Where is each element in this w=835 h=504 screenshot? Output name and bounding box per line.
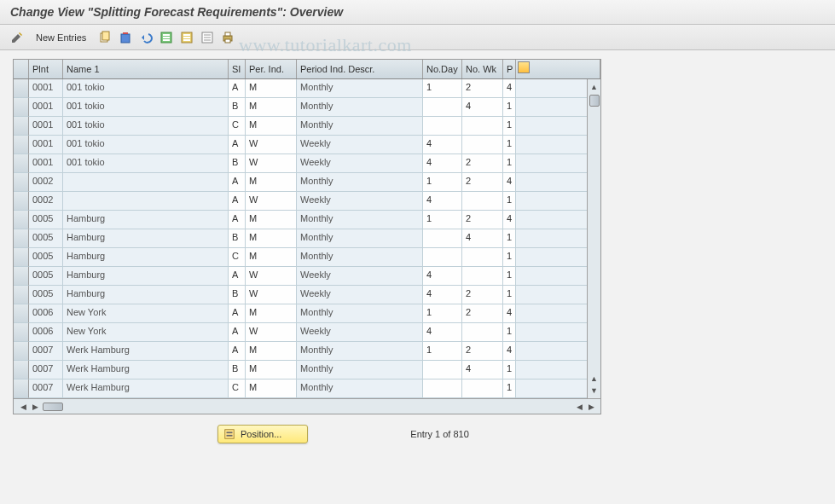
col-plnt[interactable]: Plnt	[29, 60, 63, 78]
cell-p[interactable]: 1	[503, 154, 516, 173]
cell-p[interactable]: 1	[503, 98, 516, 117]
cell-p[interactable]: 4	[503, 211, 516, 229]
vertical-scrollbar[interactable]: ▲ ▲ ▼	[587, 79, 600, 398]
undo-icon[interactable]	[137, 29, 154, 46]
col-selector[interactable]	[14, 60, 29, 78]
scroll-up2-icon[interactable]: ▲	[589, 373, 600, 385]
cell-no-day[interactable]	[423, 98, 462, 117]
row-selector[interactable]	[14, 211, 29, 229]
row-selector[interactable]	[14, 117, 29, 136]
cell-si[interactable]: A	[229, 342, 246, 361]
table-row[interactable]: 0007Werk HamburgAMMonthly124	[14, 342, 600, 361]
cell-p[interactable]: 1	[503, 248, 516, 267]
cell-si[interactable]: A	[229, 267, 246, 286]
cell-p[interactable]: 4	[503, 173, 516, 192]
cell-per-ind[interactable]: M	[246, 98, 297, 117]
cell-per-ind[interactable]: M	[246, 117, 297, 136]
cell-per-ind[interactable]: M	[246, 342, 297, 361]
cell-si[interactable]: C	[229, 117, 246, 136]
table-row[interactable]: 0007Werk HamburgCMMonthly1	[14, 379, 600, 398]
table-row[interactable]: 0002AMMonthly124	[14, 173, 600, 192]
cell-no-day[interactable]: 1	[423, 304, 462, 323]
scroll-right-end-icon[interactable]: ▶	[585, 401, 597, 413]
cell-p[interactable]: 4	[503, 342, 516, 361]
row-selector[interactable]	[14, 98, 29, 117]
cell-si[interactable]: B	[229, 361, 246, 379]
cell-per-ind[interactable]: W	[246, 267, 297, 286]
cell-no-day[interactable]: 4	[423, 286, 462, 304]
cell-si[interactable]: A	[229, 192, 246, 211]
col-no-day[interactable]: No.Day	[423, 60, 462, 78]
copy-icon[interactable]	[96, 29, 113, 46]
cell-no-day[interactable]: 4	[423, 267, 462, 286]
cell-si[interactable]: A	[229, 79, 246, 98]
cell-no-day[interactable]: 1	[423, 211, 462, 229]
cell-per-ind[interactable]: W	[246, 323, 297, 342]
cell-no-wk[interactable]	[462, 323, 503, 342]
col-per-ind[interactable]: Per. Ind.	[246, 60, 297, 78]
cell-per-ind[interactable]: M	[246, 361, 297, 379]
table-row[interactable]: 0005HamburgAMMonthly124	[14, 211, 600, 229]
cell-no-day[interactable]	[423, 117, 462, 136]
cell-no-day[interactable]	[423, 361, 462, 379]
select-all-icon[interactable]	[158, 29, 175, 46]
cell-p[interactable]: 1	[503, 286, 516, 304]
cell-no-wk[interactable]: 2	[462, 286, 503, 304]
print-icon[interactable]	[219, 29, 236, 46]
cell-p[interactable]: 4	[503, 79, 516, 98]
row-selector[interactable]	[14, 286, 29, 304]
cell-no-day[interactable]: 1	[423, 342, 462, 361]
cell-p[interactable]: 4	[503, 304, 516, 323]
cell-no-wk[interactable]: 4	[462, 229, 503, 248]
row-selector[interactable]	[14, 136, 29, 154]
cell-no-day[interactable]: 4	[423, 154, 462, 173]
table-row[interactable]: 0005HamburgAWWeekly41	[14, 267, 600, 286]
cell-no-wk[interactable]: 2	[462, 304, 503, 323]
cell-si[interactable]: C	[229, 248, 246, 267]
table-config[interactable]	[516, 60, 600, 78]
cell-si[interactable]: B	[229, 154, 246, 173]
cell-no-wk[interactable]: 2	[462, 342, 503, 361]
cell-no-wk[interactable]: 2	[462, 154, 503, 173]
row-selector[interactable]	[14, 267, 29, 286]
cell-p[interactable]: 1	[503, 361, 516, 379]
cell-p[interactable]: 1	[503, 136, 516, 154]
cell-si[interactable]: A	[229, 211, 246, 229]
cell-no-day[interactable]: 4	[423, 323, 462, 342]
row-selector[interactable]	[14, 229, 29, 248]
cell-no-wk[interactable]: 4	[462, 361, 503, 379]
v-scroll-thumb[interactable]	[589, 95, 600, 107]
table-row[interactable]: 0006New YorkAWWeekly41	[14, 323, 600, 342]
cell-no-day[interactable]	[423, 379, 462, 398]
cell-no-wk[interactable]	[462, 117, 503, 136]
row-selector[interactable]	[14, 323, 29, 342]
table-settings-icon[interactable]	[518, 61, 530, 73]
row-selector[interactable]	[14, 192, 29, 211]
row-selector[interactable]	[14, 361, 29, 379]
row-selector[interactable]	[14, 342, 29, 361]
cell-per-ind[interactable]: M	[246, 211, 297, 229]
cell-per-ind[interactable]: M	[246, 229, 297, 248]
position-button[interactable]: Position...	[217, 425, 308, 443]
table-row[interactable]: 0005HamburgCMMonthly1	[14, 248, 600, 267]
cell-p[interactable]: 1	[503, 267, 516, 286]
h-scroll-thumb[interactable]	[43, 403, 63, 411]
cell-no-wk[interactable]: 2	[462, 79, 503, 98]
row-selector[interactable]	[14, 379, 29, 398]
cell-no-wk[interactable]	[462, 267, 503, 286]
cell-per-ind[interactable]: M	[246, 173, 297, 192]
row-selector[interactable]	[14, 248, 29, 267]
col-per-desc[interactable]: Period Ind. Descr.	[297, 60, 423, 78]
cell-no-wk[interactable]	[462, 136, 503, 154]
scroll-up-icon[interactable]: ▲	[589, 81, 600, 93]
row-selector[interactable]	[14, 173, 29, 192]
table-row[interactable]: 0001001 tokioBWWeekly421	[14, 154, 600, 173]
table-row[interactable]: 0001001 tokioBMMonthly41	[14, 98, 600, 117]
cell-p[interactable]: 1	[503, 379, 516, 398]
cell-no-day[interactable]: 4	[423, 136, 462, 154]
cell-no-wk[interactable]	[462, 248, 503, 267]
cell-per-ind[interactable]: W	[246, 136, 297, 154]
cell-si[interactable]: A	[229, 173, 246, 192]
scroll-down-icon[interactable]: ▼	[589, 385, 600, 397]
cell-no-day[interactable]	[423, 248, 462, 267]
